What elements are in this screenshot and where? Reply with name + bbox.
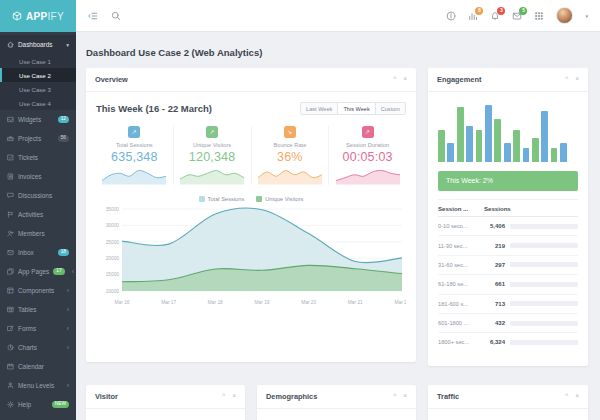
messages-icon[interactable]: 5	[512, 11, 522, 21]
sidebar-item-projects[interactable]: Projects56	[0, 129, 76, 148]
collapse-icon[interactable]: ^	[222, 393, 225, 400]
range-button-last-week[interactable]: Last Week	[300, 102, 338, 115]
legend-swatch	[199, 196, 205, 202]
row-label: 1800+ sec...	[438, 339, 484, 345]
sidebar-item-components[interactable]: Components‹	[0, 281, 76, 300]
traffic-panel: Traffic ^ ×	[428, 385, 588, 420]
collapse-icon[interactable]: ^	[393, 393, 396, 400]
range-button-custom[interactable]: Custom	[375, 102, 406, 115]
notification-badge: 5	[519, 7, 527, 15]
range-button-this-week[interactable]: This Week	[337, 102, 375, 115]
row-label: 11-30 sec...	[438, 243, 484, 249]
notifications-icon[interactable]: 3	[490, 11, 500, 21]
sidebar-item-label: Tickets	[18, 154, 38, 161]
traffic-panel-header: Traffic ^ ×	[428, 385, 588, 409]
engagement-bar	[523, 148, 530, 163]
row-label: 0-10 seco...	[438, 223, 484, 229]
column-header-session: Session ...	[438, 205, 484, 212]
sidebar-item-activities[interactable]: Activities	[0, 205, 76, 224]
sidebar-item-use-case-3[interactable]: Use Case 3	[0, 82, 76, 96]
sidebar-item-use-case-1[interactable]: Use Case 1	[0, 54, 76, 68]
collapse-icon[interactable]: ^	[565, 76, 568, 83]
sidebar: APPIFY Dashboards▾Use Case 1Use Case 2Us…	[0, 0, 76, 420]
chevron-left-icon: ‹	[67, 306, 69, 313]
brand-logo[interactable]: APPIFY	[0, 0, 76, 32]
sidebar-item-use-case-4[interactable]: Use Case 4	[0, 96, 76, 110]
sidebar-item-members[interactable]: Members	[0, 224, 76, 243]
legend-label: Total Sessions	[208, 196, 245, 202]
sidebar-item-inbox[interactable]: Inbox18	[0, 243, 76, 262]
apps-grid-icon[interactable]	[534, 11, 544, 21]
stat-value: 635,348	[100, 150, 169, 164]
row-label: 181-600 s...	[438, 301, 484, 307]
sidebar-item-label: Help	[18, 401, 31, 408]
sitemap-icon	[7, 382, 14, 389]
legend-item-unique-visitors[interactable]: Unique Visitors	[256, 196, 303, 202]
stat-label: Bounce Rate	[256, 142, 325, 148]
sidebar-item-label: Calendar	[18, 363, 44, 370]
sessions-table: Session ...Sessions0-10 seco...5,40611-3…	[438, 199, 578, 352]
stats-icon[interactable]: 8	[468, 11, 478, 21]
close-icon[interactable]: ×	[403, 76, 407, 83]
row-value: 713	[484, 301, 510, 307]
visitor-panel-header: Visitor ^ ×	[86, 385, 245, 409]
user-menu-caret-icon[interactable]: ▾	[585, 13, 588, 19]
engagement-bar	[438, 130, 445, 162]
legend-item-total-sessions[interactable]: Total Sessions	[199, 196, 245, 202]
search-icon[interactable]	[111, 11, 121, 21]
stat-session-duration: ↗Session Duration00:05:03	[329, 126, 406, 185]
sidebar-item-calendar[interactable]: Calendar	[0, 357, 76, 376]
sidebar-item-label: Inbox	[18, 249, 34, 256]
notification-badge: 8	[475, 7, 483, 15]
collapse-menu-icon[interactable]	[88, 11, 98, 21]
row-value: 297	[484, 262, 510, 268]
svg-text:30000: 30000	[106, 223, 120, 228]
progress-track	[510, 340, 578, 345]
sidebar-item-tickets[interactable]: Tickets	[0, 148, 76, 167]
close-icon[interactable]: ×	[575, 393, 579, 400]
sidebar-item-invoices[interactable]: Invoices	[0, 167, 76, 186]
visitor-panel: Visitor ^ ×	[86, 385, 245, 420]
sidebar-item-use-case-2[interactable]: Use Case 2	[0, 68, 76, 82]
engagement-bar	[560, 143, 567, 162]
sidebar-item-app-pages[interactable]: App Pages17‹	[0, 262, 76, 281]
stat-unique-visitors: ↗Unique Visitors120,348	[174, 126, 252, 185]
progress-track	[510, 301, 578, 306]
sidebar-item-label: Widgets	[18, 116, 41, 123]
sidebar-item-charts[interactable]: Charts‹	[0, 338, 76, 357]
svg-text:20000: 20000	[106, 256, 120, 261]
calendar-icon	[7, 363, 14, 370]
table-icon	[7, 306, 14, 313]
info-icon[interactable]	[446, 11, 456, 21]
sidebar-item-widgets[interactable]: Widgets12	[0, 110, 76, 129]
sidebar-item-label: Members	[18, 230, 45, 237]
sidebar-item-tables[interactable]: Tables‹	[0, 300, 76, 319]
overview-title: Overview	[95, 75, 128, 84]
collapse-icon[interactable]: ^	[565, 393, 568, 400]
engagement-bar	[541, 111, 548, 162]
topbar-action-icons: 835	[446, 11, 544, 21]
this-week-banner: This Week: 2%	[438, 171, 578, 191]
sidebar-item-label: Discussions	[18, 192, 52, 199]
sidebar-item-discussions[interactable]: Discussions	[0, 186, 76, 205]
app-window: APPIFY Dashboards▾Use Case 1Use Case 2Us…	[0, 0, 600, 420]
svg-text:25000: 25000	[106, 240, 120, 245]
sidebar-item-label: Use Case 4	[19, 100, 51, 107]
sidebar-item-forms[interactable]: Forms‹	[0, 319, 76, 338]
engagement-bar	[457, 107, 464, 162]
pencil-icon	[7, 325, 14, 332]
close-icon[interactable]: ×	[575, 76, 579, 83]
stat-sparkline	[336, 167, 400, 185]
close-icon[interactable]: ×	[403, 393, 407, 400]
stat-sparkline	[102, 167, 166, 185]
collapse-icon[interactable]: ^	[393, 76, 396, 83]
stat-value: 00:05:03	[333, 150, 402, 164]
svg-text:Mar 16: Mar 16	[115, 300, 130, 305]
topbar-left	[88, 11, 121, 21]
user-avatar[interactable]	[556, 7, 573, 24]
sidebar-item-menu-levels[interactable]: Menu Levels‹	[0, 376, 76, 395]
sidebar-item-help[interactable]: HelpNEW	[0, 395, 76, 414]
sidebar-item-dashboards[interactable]: Dashboards▾	[0, 35, 76, 54]
row-value: 661	[484, 281, 510, 287]
close-icon[interactable]: ×	[232, 393, 236, 400]
